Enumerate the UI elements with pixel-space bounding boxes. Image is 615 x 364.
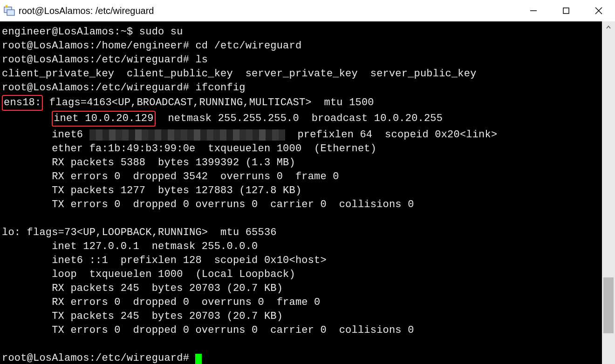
ifconfig-line: loop txqueuelen 1000 (Local Loopback) [2, 269, 295, 280]
svg-rect-3 [563, 8, 569, 13]
ifconfig-line: prefixlen 64 scopeid 0x20<link> [285, 129, 498, 141]
ifconfig-line: inet6 [2, 129, 89, 141]
terminal-output: engineer@LosAlamos:~$ sudo su root@LosAl… [2, 21, 602, 364]
command: ifconfig [195, 82, 245, 94]
ifconfig-line: RX errors 0 dropped 0 overruns 0 frame 0 [2, 297, 321, 308]
svg-line-5 [595, 7, 602, 14]
prompt: root@LosAlamos:/etc/wireguard# [2, 352, 195, 364]
ifconfig-line: inet6 ::1 prefixlen 128 scopeid 0x10<hos… [2, 255, 327, 266]
prompt: root@LosAlamos:/etc/wireguard# [2, 54, 195, 66]
scrollbar[interactable] [602, 21, 615, 364]
highlight-inet: inet 10.0.20.129 [52, 111, 155, 127]
redacted-ipv6 [89, 127, 285, 141]
ifconfig-line: RX errors 0 dropped 3542 overruns 0 fram… [2, 171, 339, 182]
cursor [195, 354, 202, 364]
svg-line-4 [595, 7, 602, 14]
scroll-up-button[interactable] [602, 21, 615, 34]
ifconfig-line: TX errors 0 dropped 0 overruns 0 carrier… [2, 324, 414, 336]
prompt: engineer@LosAlamos:~$ [2, 26, 139, 38]
ifconfig-line: ether fa:1b:49:b3:99:0e txqueuelen 1000 … [2, 143, 376, 155]
ifconfig-line: lo: flags=73<UP,LOOPBACK,RUNNING> mtu 65… [2, 227, 277, 238]
highlight-interface: ens18: [2, 95, 43, 111]
ifconfig-line: RX packets 5388 bytes 1399392 (1.3 MB) [2, 157, 295, 169]
svg-rect-1 [7, 10, 14, 15]
terminal-window: root@LosAlamos: /etc/wireguard engineer@… [0, 0, 615, 364]
command: sudo su [139, 26, 183, 38]
ifconfig-line: RX packets 245 bytes 20703 (20.7 KB) [2, 283, 283, 294]
maximize-button[interactable] [550, 0, 582, 21]
command: ls [195, 54, 208, 66]
ls-output: client_private_key client_public_key ser… [2, 68, 477, 80]
minimize-button[interactable] [517, 0, 550, 21]
scroll-thumb[interactable] [603, 277, 614, 333]
ifconfig-line: TX packets 1277 bytes 127883 (127.8 KB) [2, 185, 301, 196]
titlebar[interactable]: root@LosAlamos: /etc/wireguard [0, 0, 615, 21]
prompt: root@LosAlamos:/etc/wireguard# [2, 82, 195, 94]
command: cd /etc/wireguard [195, 40, 301, 52]
window-title: root@LosAlamos: /etc/wireguard [19, 6, 154, 16]
ifconfig-line: inet 127.0.0.1 netmask 255.0.0.0 [2, 241, 258, 252]
terminal[interactable]: engineer@LosAlamos:~$ sudo su root@LosAl… [0, 21, 602, 364]
ifconfig-line: flags=4163<UP,BROADCAST,RUNNING,MULTICAS… [43, 97, 374, 108]
ifconfig-line: netmask 255.255.255.0 broadcast 10.0.20.… [156, 113, 443, 124]
app-icon [0, 0, 19, 21]
ifconfig-line: TX packets 245 bytes 20703 (20.7 KB) [2, 310, 283, 322]
ifconfig-line: TX errors 0 dropped 0 overruns 0 carrier… [2, 199, 414, 210]
close-button[interactable] [582, 0, 615, 21]
prompt: root@LosAlamos:/home/engineer# [2, 40, 195, 52]
